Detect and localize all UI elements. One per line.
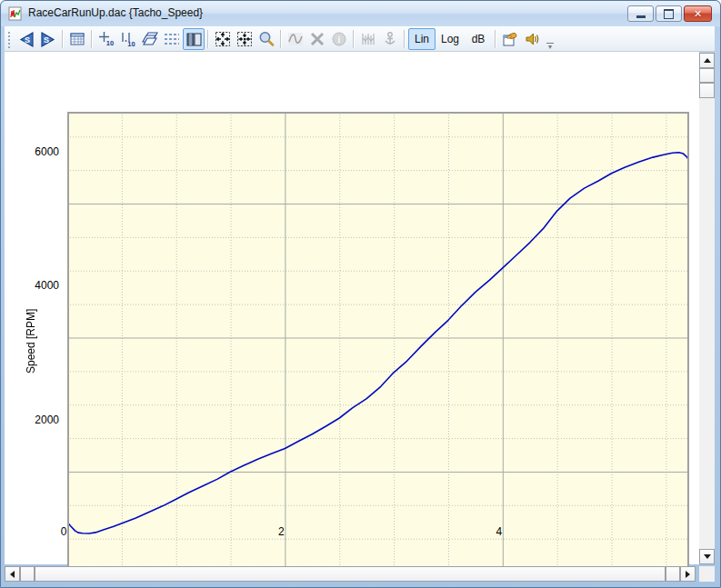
zoom-to-range-button[interactable] <box>234 28 255 50</box>
vertical-zoom-handle[interactable] <box>699 68 715 83</box>
scale-linear-button[interactable]: Lin <box>408 28 436 50</box>
line-segments-button[interactable] <box>161 28 183 50</box>
stacked-curves-button[interactable] <box>139 28 161 50</box>
y-tick-label: 6000 <box>15 145 59 158</box>
x-mark-icon <box>308 30 326 48</box>
comb-icon <box>359 30 377 48</box>
next-s-icon: S <box>39 30 57 48</box>
scroll-up-button[interactable] <box>699 53 715 68</box>
curve-window: RaceCarRunUp.dac {Tacho_Speed} ✕ SS1010i… <box>0 0 721 588</box>
harmonic-cursor-button[interactable] <box>379 28 401 50</box>
scroll-right-button[interactable] <box>680 566 696 582</box>
x-tick-label: 4 <box>481 525 517 538</box>
spectrum-cursor-button[interactable] <box>357 28 379 50</box>
toolbar: SS1010iLinLogdB▾ <box>5 26 715 52</box>
y-tick-label: 2000 <box>15 414 59 426</box>
transfer-icon <box>501 30 519 48</box>
toolbar-grip[interactable] <box>6 30 14 48</box>
scale-db-button[interactable]: dB <box>465 28 492 50</box>
speaker-icon <box>523 30 541 48</box>
split-view-icon <box>185 30 203 48</box>
toolbar-separator <box>404 30 406 48</box>
anchor-icon <box>381 30 399 48</box>
remove-signal-button[interactable] <box>306 28 328 50</box>
title-bar[interactable]: RaceCarRunUp.dac {Tacho_Speed} ✕ <box>1 1 720 26</box>
horizontal-scrollbar[interactable] <box>5 566 696 582</box>
scale-log-button[interactable]: Log <box>436 28 465 50</box>
edit-signal-button[interactable] <box>285 28 306 50</box>
right-arrow-icon <box>686 571 690 578</box>
horizontal-scroll-thumb[interactable] <box>35 566 666 582</box>
vertical-cursors-button[interactable]: 10 <box>117 28 139 50</box>
measure-cursor-button[interactable]: 10 <box>95 28 117 50</box>
maximize-button[interactable] <box>656 5 682 22</box>
dashed-rows-icon <box>163 30 181 48</box>
minimize-button[interactable] <box>627 5 654 22</box>
magnifier-icon <box>257 30 275 48</box>
plot-area[interactable] <box>67 112 689 570</box>
minimize-icon <box>636 15 646 18</box>
svg-text:10: 10 <box>106 39 114 47</box>
signal-info-button[interactable]: i <box>328 28 350 50</box>
crosshair-10-icon: 10 <box>97 30 115 48</box>
toolbar-separator <box>91 30 93 48</box>
x-tick-label: 2 <box>263 525 299 538</box>
left-zoom-handle[interactable] <box>20 566 35 582</box>
close-button[interactable]: ✕ <box>684 5 712 22</box>
zoom-out-arrows-icon <box>214 30 232 48</box>
cursors-10-icon: 10 <box>119 30 137 48</box>
window-title: RaceCarRunUp.dac {Tacho_Speed} <box>28 6 203 19</box>
left-arrow-icon <box>10 571 15 578</box>
up-arrow-icon <box>704 58 711 63</box>
next-event-button[interactable]: S <box>37 28 59 50</box>
x-tick-label: 0 <box>45 525 82 538</box>
chart-area: Speed [RPM] Time [Sec] 200040006000024 <box>5 52 699 564</box>
previous-event-button[interactable]: S <box>15 28 37 50</box>
close-icon: ✕ <box>694 9 702 19</box>
toolbar-separator <box>280 30 282 48</box>
down-arrow-icon <box>704 554 711 559</box>
zoom-tool-button[interactable] <box>255 28 277 50</box>
vertical-scroll-thumb[interactable] <box>699 83 715 98</box>
chevron-down-icon: ▾ <box>548 43 552 51</box>
toolbar-separator <box>353 30 355 48</box>
curve-window-icon <box>8 6 23 21</box>
scrollbar-corner <box>699 566 715 582</box>
zoom-in-arrows-icon <box>235 30 254 48</box>
wave-icon <box>286 30 305 48</box>
vertical-scroll-track[interactable] <box>699 98 715 549</box>
toolbar-separator <box>207 30 209 48</box>
zoom-full-range-button[interactable] <box>212 28 234 50</box>
toolbar-separator <box>62 30 64 48</box>
cascade-icon <box>141 30 159 48</box>
svg-text:S: S <box>44 35 49 45</box>
data-grid-button[interactable] <box>66 28 88 50</box>
y-tick-label: 4000 <box>15 279 59 292</box>
maximize-icon <box>664 9 674 19</box>
right-zoom-handle[interactable] <box>666 566 680 582</box>
toolbar-overflow-button[interactable]: ▾ <box>545 43 556 49</box>
toolbar-separator <box>495 30 496 48</box>
svg-text:S: S <box>25 35 30 45</box>
scroll-left-button[interactable] <box>5 566 20 582</box>
vertical-scrollbar[interactable] <box>699 53 715 564</box>
transfer-data-button[interactable] <box>499 28 521 50</box>
y-axis-label: Speed [RPM] <box>25 286 37 395</box>
prev-s-icon: S <box>17 30 35 48</box>
info-icon: i <box>330 30 348 48</box>
play-sound-button[interactable] <box>521 28 543 50</box>
svg-text:i: i <box>338 35 341 45</box>
svg-text:10: 10 <box>127 39 135 47</box>
data-grid-icon <box>68 30 86 48</box>
scroll-down-button[interactable] <box>699 549 715 564</box>
split-display-button[interactable] <box>183 28 205 50</box>
